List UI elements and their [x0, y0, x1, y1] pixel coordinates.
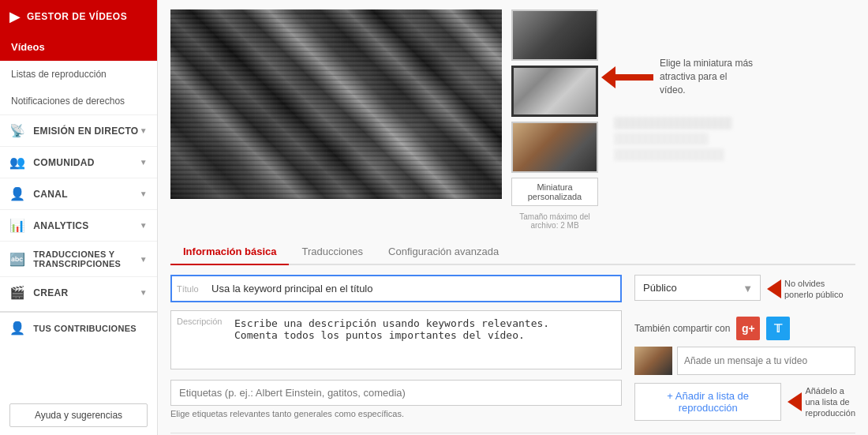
chevron-emision: ▼ — [140, 126, 148, 135]
thumbnail-3[interactable] — [511, 122, 598, 173]
sidebar-item-traducciones[interactable]: 🔤 TRADUCCIONES Y TRANSCRIPCIONES ▼ — [0, 241, 157, 276]
playlist-arrow-icon — [788, 392, 802, 411]
sidebar-videos-active[interactable]: Vídeos — [0, 33, 157, 61]
google-plus-button[interactable]: g+ — [736, 317, 760, 340]
description-group: Descripción Escribe una descripción usan… — [170, 310, 622, 372]
sidebar-footer: Ayuda y sugerencias — [0, 396, 157, 435]
sidebar-emision-label: EMISIÓN EN DIRECTO — [33, 126, 138, 137]
thumbnail-1[interactable] — [511, 9, 598, 61]
sidebar-canal-label: CANAL — [33, 189, 68, 200]
sidebar-rights[interactable]: Notificaciones de derechos — [0, 88, 157, 114]
contribuciones-icon: 👤 — [9, 321, 25, 336]
chevron-comunidad: ▼ — [140, 158, 148, 167]
message-input[interactable] — [677, 347, 855, 375]
sidebar-crear-label: CREAR — [33, 287, 68, 298]
analytics-icon: 📊 — [9, 218, 25, 233]
tab-info-basica[interactable]: Información básica — [170, 239, 289, 265]
emision-icon: 📡 — [9, 123, 25, 138]
sidebar-item-canal[interactable]: 👤 CANAL ▼ — [0, 178, 157, 209]
canal-icon: 👤 — [9, 186, 25, 201]
tab-config-avanzada[interactable]: Configuración avanzada — [376, 239, 511, 265]
playlist-annotation: Añádelo a una lista de reproducción — [805, 385, 855, 419]
main-content: Miniatura personalizada Tamaño máximo de… — [158, 0, 868, 435]
tabs-container: Información básica Traducciones Configur… — [170, 239, 855, 265]
sidebar-header[interactable]: ▶ GESTOR DE VÍDEOS — [0, 0, 157, 33]
tab-traducciones[interactable]: Traducciones — [289, 239, 376, 265]
share-row: También compartir con g+ 𝕋 — [634, 317, 855, 340]
help-button[interactable]: Ayuda y sugerencias — [9, 403, 148, 427]
chevron-analytics: ▼ — [140, 221, 148, 230]
miniatura-annotation: Elige la miniatura más atractiva para el… — [660, 57, 754, 96]
chevron-canal: ▼ — [140, 189, 148, 198]
publico-arrow-icon — [767, 279, 781, 298]
visibility-select[interactable]: Público No listado Privado — [634, 275, 761, 301]
video-preview — [170, 9, 502, 199]
share-label: También compartir con — [634, 323, 730, 334]
miniatura-personalizada-button[interactable]: Miniatura personalizada — [511, 178, 598, 206]
form-left: Título Descripción Escribe una descripci… — [170, 275, 622, 426]
tags-input[interactable] — [170, 380, 622, 406]
share-thumbnail — [634, 347, 672, 375]
sidebar-item-contribuciones[interactable]: 👤 TUS CONTRIBUCIONES — [0, 311, 157, 343]
description-textarea[interactable]: Escribe una descripción usando keywords … — [170, 310, 622, 369]
form-right: Público No listado Privado ▼ No olvides … — [634, 275, 855, 421]
comunidad-icon: 👥 — [9, 155, 25, 170]
video-manager-icon: ▶ — [9, 8, 21, 25]
tags-hint: Elige etiquetas relevantes tanto general… — [170, 409, 622, 418]
tags-group: Elige etiquetas relevantes tanto general… — [170, 380, 622, 418]
chevron-traducciones: ▼ — [140, 255, 148, 264]
sidebar-comunidad-label: COMUNIDAD — [33, 157, 94, 168]
sidebar-contribuciones-label: TUS CONTRIBUCIONES — [33, 324, 137, 333]
publico-annotation: No olvides ponerlo público — [784, 278, 855, 301]
chevron-crear: ▼ — [140, 288, 148, 297]
playlist-button[interactable]: + Añadir a lista de reproducción — [634, 383, 781, 421]
traducciones-icon: 🔤 — [9, 252, 25, 267]
thumbnail-2[interactable] — [511, 66, 598, 117]
sidebar-traducciones-label: TRADUCCIONES Y TRANSCRIPCIONES — [33, 249, 139, 268]
sidebar-item-crear[interactable]: 🎬 CREAR ▼ — [0, 276, 157, 308]
crear-icon: 🎬 — [9, 285, 25, 300]
sidebar-playlists[interactable]: Listas de reproducción — [0, 61, 157, 88]
sidebar-item-emision[interactable]: 📡 EMISIÓN EN DIRECTO ▼ — [0, 114, 157, 146]
sidebar-analytics-label: ANALYTICS — [33, 220, 88, 231]
title-group: Título — [170, 275, 622, 302]
visibility-group: Público No listado Privado ▼ — [634, 275, 761, 301]
twitter-button[interactable]: 𝕋 — [766, 317, 790, 340]
file-size-note: Tamaño máximo del archivo: 2 MB — [511, 212, 598, 230]
sidebar-item-comunidad[interactable]: 👥 COMUNIDAD ▼ — [0, 146, 157, 178]
thumbnails-column: Miniatura personalizada Tamaño máximo de… — [511, 9, 598, 230]
sidebar-header-label: GESTOR DE VÍDEOS — [27, 11, 127, 22]
sidebar: ▶ GESTOR DE VÍDEOS Vídeos Listas de repr… — [0, 0, 158, 435]
sidebar-item-analytics[interactable]: 📊 ANALYTICS ▼ — [0, 209, 157, 241]
title-input[interactable] — [170, 275, 622, 302]
